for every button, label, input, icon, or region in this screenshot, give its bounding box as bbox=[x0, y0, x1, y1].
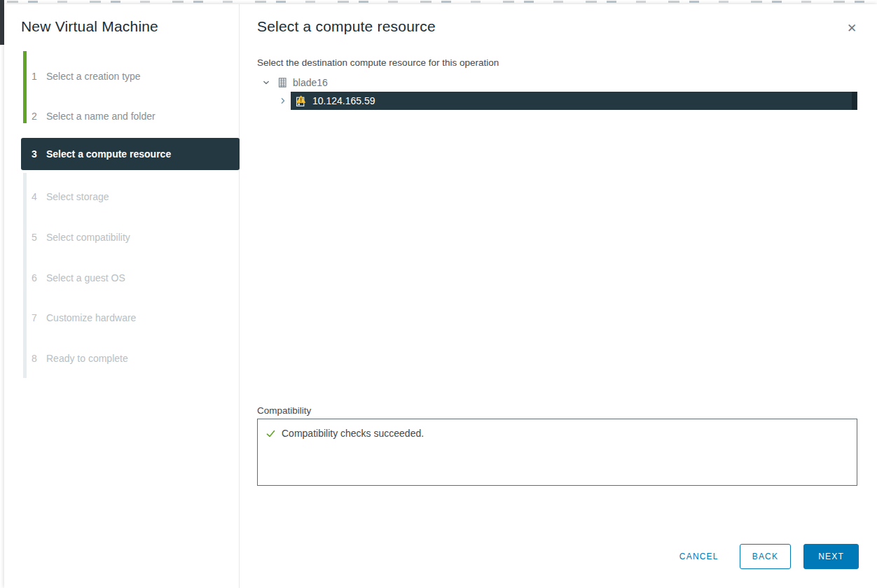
tree-node-label: 10.124.165.59 bbox=[312, 95, 375, 106]
chevron-down-icon[interactable] bbox=[262, 78, 270, 87]
step-number: 5 bbox=[32, 230, 46, 244]
compatibility-label: Compatibility bbox=[257, 405, 311, 416]
step-label: Select compatibility bbox=[46, 232, 130, 243]
step-number: 2 bbox=[32, 109, 46, 123]
step-label: Select storage bbox=[46, 191, 109, 202]
compatibility-panel: Compatibility checks succeeded. bbox=[257, 419, 857, 486]
step-number: 7 bbox=[32, 311, 46, 325]
page-title: Select a compute resource bbox=[257, 18, 436, 35]
sidebar-step-4: 4Select storage bbox=[21, 190, 109, 204]
datacenter-icon bbox=[277, 77, 288, 88]
next-button[interactable]: NEXT bbox=[803, 544, 859, 569]
step-label: Ready to complete bbox=[46, 353, 128, 364]
sidebar-step-5: 5Select compatibility bbox=[21, 230, 130, 244]
step-number: 3 bbox=[32, 138, 46, 170]
sidebar-step-8: 8Ready to complete bbox=[21, 351, 128, 365]
sidebar-step-3-active[interactable]: 3Select a compute resource bbox=[21, 138, 240, 170]
sidebar-step-6: 6Select a guest OS bbox=[21, 271, 125, 285]
wizard-title: New Virtual Machine bbox=[21, 18, 158, 35]
close-icon[interactable]: ✕ bbox=[844, 21, 859, 36]
compatibility-message: Compatibility checks succeeded. bbox=[282, 428, 424, 439]
step-number: 6 bbox=[32, 271, 46, 285]
new-vm-wizard-dialog: New Virtual Machine 1Select a creation t… bbox=[4, 4, 877, 588]
step-number: 8 bbox=[32, 351, 46, 365]
wizard-footer: CANCEL BACK NEXT bbox=[674, 544, 859, 569]
compatibility-result: Compatibility checks succeeded. bbox=[265, 428, 857, 439]
chevron-right-icon[interactable] bbox=[279, 97, 287, 105]
step-number: 4 bbox=[32, 190, 46, 204]
step-label: Select a creation type bbox=[46, 71, 141, 82]
step-label: Select a compute resource bbox=[46, 148, 171, 160]
cancel-button[interactable]: CANCEL bbox=[674, 552, 724, 561]
tree-node-host-row: 10.124.165.59 bbox=[257, 92, 857, 110]
wizard-step-content: Select a compute resource ✕ Select the d… bbox=[240, 4, 877, 588]
step-number: 1 bbox=[32, 69, 46, 83]
tree-node-label: blade16 bbox=[293, 77, 328, 88]
host-warning-icon bbox=[295, 95, 307, 107]
check-icon bbox=[265, 428, 276, 439]
tree-node-datacenter[interactable]: blade16 bbox=[257, 74, 328, 92]
sidebar-step-7: 7Customize hardware bbox=[21, 311, 136, 325]
sidebar-step-2[interactable]: 2Select a name and folder bbox=[21, 109, 156, 123]
instruction-text: Select the destination compute resource … bbox=[257, 57, 499, 68]
step-label: Customize hardware bbox=[46, 312, 136, 323]
wizard-steps-sidebar: New Virtual Machine 1Select a creation t… bbox=[4, 4, 240, 588]
back-button[interactable]: BACK bbox=[740, 544, 791, 569]
tree-node-host-selected[interactable]: 10.124.165.59 bbox=[291, 92, 857, 110]
sidebar-step-1[interactable]: 1Select a creation type bbox=[21, 69, 141, 83]
step-label: Select a guest OS bbox=[46, 272, 125, 284]
step-label: Select a name and folder bbox=[46, 111, 156, 122]
